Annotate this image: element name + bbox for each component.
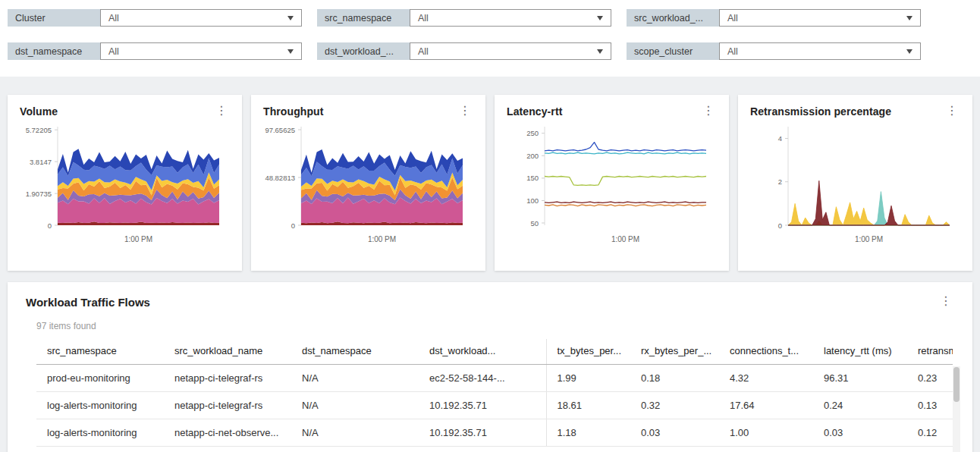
filter-dropdown[interactable]: All [100,42,302,60]
chart-card-header: Volume ⋮ [20,105,230,118]
filter-control: src_namespace All [317,9,611,27]
svg-text:0: 0 [778,221,782,230]
svg-text:48.82813: 48.82813 [265,174,295,182]
filter-label: Cluster [8,9,100,27]
svg-text:1.90735: 1.90735 [26,190,52,198]
column-header[interactable]: retransm... [907,339,953,365]
chart-kebab-menu-icon[interactable]: ⋮ [457,105,473,116]
table-cell: 18.61 [546,392,630,419]
table-row[interactable]: prod-eu-monitoringnetapp-ci-telegraf-rsN… [36,365,953,392]
svg-text:150: 150 [526,174,539,182]
chevron-down-icon [906,16,912,20]
chart-card-header: Retransmission percentage ⋮ [750,105,960,118]
column-header[interactable]: src_workload_name [164,339,291,365]
filter-control: scope_cluster All [627,42,921,60]
table-card-title: Workload Traffic Flows [26,296,150,309]
table-cell: log-alerts-monitoring [36,419,164,447]
table-scrollbar[interactable] [953,366,960,452]
table-row[interactable]: log-alerts-monitoringnetapp-ci-net-obser… [36,419,953,447]
filter-label: dst_namespace [8,42,100,60]
svg-text:100: 100 [526,196,539,205]
chevron-down-icon [906,49,912,54]
chevron-down-icon [597,49,603,54]
table-cell: 10.192.35.71 [419,392,546,419]
filter-label: dst_workload_... [317,42,410,60]
chart-title: Volume [20,105,58,118]
filter-control: src_workload_... All [627,9,921,27]
chart-kebab-menu-icon[interactable]: ⋮ [944,105,960,116]
filter-row-2: dst_namespace All dst_workload_... All s… [8,42,972,60]
chevron-down-icon [287,49,294,54]
filter-row-1: Cluster All src_namespace All src_worklo… [8,9,972,27]
filter-dropdown[interactable]: All [719,42,921,60]
column-header[interactable]: latency_rtt (ms) [813,339,907,365]
network-traffic-dashboard: Cluster All src_namespace All src_worklo… [0,0,980,452]
chart-card: Retransmission percentage ⋮ 0241:00 PM [738,95,972,271]
svg-text:4: 4 [778,134,782,143]
filter-value: All [418,46,429,57]
filter-label: src_namespace [317,9,410,27]
table-body: prod-eu-monitoringnetapp-ci-telegraf-rsN… [36,365,953,447]
svg-text:1:00 PM: 1:00 PM [368,235,396,243]
table-cell: prod-eu-monitoring [36,365,164,392]
svg-text:0: 0 [291,221,295,230]
table-row[interactable]: log-alerts-monitoringnetapp-ci-telegraf-… [36,392,953,419]
table-cell: 0.12 [907,419,953,447]
chart-kebab-menu-icon[interactable]: ⋮ [700,105,717,116]
table-cell: 17.64 [719,392,813,419]
traffic-flows-table: src_namespacesrc_workload_namedst_namesp… [36,339,953,447]
column-header[interactable]: src_namespace [36,339,164,365]
table-cell: 1.00 [719,419,813,447]
table-cell: N/A [291,365,419,392]
table-cell: 0.32 [630,392,719,419]
filter-value: All [727,46,738,57]
svg-text:1:00 PM: 1:00 PM [855,235,883,243]
filter-dropdown[interactable]: All [410,9,611,27]
table-header-row: src_namespacesrc_workload_namedst_namesp… [36,339,953,365]
filter-bar: Cluster All src_namespace All src_worklo… [0,0,980,77]
filter-control: dst_workload_... All [317,42,611,60]
chart-plot: 048.8281397.656251:00 PM [263,121,473,250]
chart-title: Retransmission percentage [750,105,891,118]
table-cell: 4.32 [719,365,813,392]
svg-text:50: 50 [530,219,539,228]
chart-card-header: Throughput ⋮ [263,105,473,118]
svg-text:0: 0 [48,221,52,230]
table-cell: 0.23 [907,365,953,392]
chart-title: Latency-rtt [507,105,562,118]
column-header[interactable]: dst_namespace [291,339,419,365]
chart-card: Volume ⋮ 01.907353.81475.722051:00 PM [8,95,242,271]
table-card-header: Workload Traffic Flows ⋮ [26,296,954,309]
chart-title: Throughput [263,105,324,118]
table-cell: 0.24 [813,392,907,419]
column-header[interactable]: tx_bytes_per... [546,339,630,365]
filter-dropdown[interactable]: All [410,42,611,60]
column-header[interactable]: connections_t... [719,339,813,365]
table-cell: log-alerts-monitoring [36,392,164,419]
table-cell: 96.31 [813,365,907,392]
scrollbar-thumb[interactable] [953,367,960,402]
filter-dropdown[interactable]: All [719,9,921,27]
chart-card-header: Latency-rtt ⋮ [507,105,717,118]
filter-label: src_workload_... [627,9,719,27]
filter-value: All [108,13,119,24]
filter-label: scope_cluster [627,42,719,60]
filter-dropdown[interactable]: All [100,9,302,27]
table-kebab-menu-icon[interactable]: ⋮ [938,296,954,306]
svg-text:5.72205: 5.72205 [26,126,52,134]
table-cell: 0.13 [907,392,953,419]
svg-text:3.8147: 3.8147 [30,158,52,166]
filter-value: All [418,13,429,24]
table-cell: netapp-ci-telegraf-rs [164,392,291,419]
svg-text:1:00 PM: 1:00 PM [124,235,152,243]
filter-control: Cluster All [8,9,302,27]
chart-card: Throughput ⋮ 048.8281397.656251:00 PM [251,95,485,271]
table-cell: 0.03 [813,419,907,447]
chart-cards-row: Volume ⋮ 01.907353.81475.722051:00 PM Th… [8,95,972,271]
svg-text:1:00 PM: 1:00 PM [611,235,639,243]
svg-text:200: 200 [526,152,539,160]
chart-kebab-menu-icon[interactable]: ⋮ [213,105,230,116]
column-header[interactable]: rx_bytes_per_... [630,339,719,365]
filter-control: dst_namespace All [8,42,302,60]
column-header[interactable]: dst_workload... [419,339,546,365]
